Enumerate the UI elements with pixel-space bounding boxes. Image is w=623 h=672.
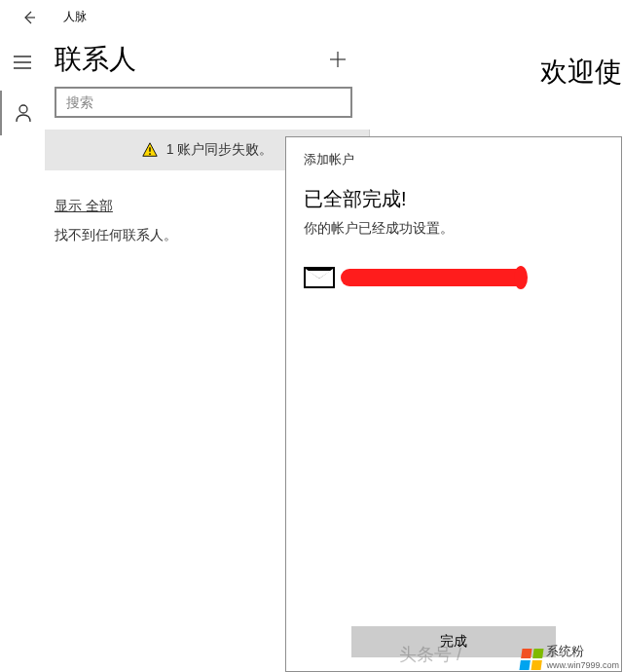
contacts-header: 联系人 [0,34,370,85]
svg-point-9 [149,153,151,155]
watermark-brand-text: 系统粉 [546,643,619,660]
watermark-brand: 系统粉 www.win7999.com [521,643,619,670]
watermark-url: www.win7999.com [546,660,619,670]
back-button[interactable] [19,8,39,27]
top-bar: 人脉 [0,0,370,34]
dialog-subtitle: 你的帐户已经成功设置。 [286,220,621,267]
warning-icon [141,141,159,159]
welcome-heading: 欢迎使 [540,54,622,91]
dialog-title: 添加帐户 [286,137,621,186]
add-contact-button[interactable] [323,45,352,74]
plus-icon [328,50,348,69]
dialog-heading: 已全部完成! [286,186,621,220]
search-box[interactable] [55,87,352,118]
hamburger-icon [14,56,31,69]
sync-error-text: 1 账户同步失败。 [166,141,274,159]
contacts-heading: 联系人 [55,41,136,78]
search-input[interactable] [66,94,341,110]
add-account-dialog: 添加帐户 已全部完成! 你的帐户已经成功设置。 完成 [285,136,622,672]
redacted-email [341,269,526,286]
left-rail [0,44,45,135]
account-email-row [286,267,621,288]
back-arrow-icon [21,10,37,25]
microsoft-logo-icon [520,649,544,670]
envelope-icon [304,267,335,288]
contacts-nav-button[interactable] [0,91,44,135]
watermark-source: 头条号 / [399,643,461,666]
app-title: 人脉 [63,9,87,25]
svg-point-4 [19,105,27,113]
hamburger-menu-button[interactable] [0,44,45,81]
person-icon [15,103,32,123]
